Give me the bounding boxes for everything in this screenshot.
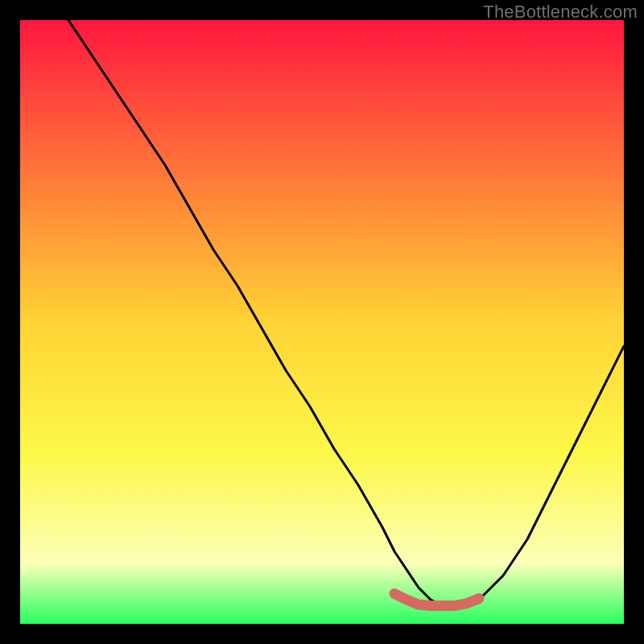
chart-svg — [20, 20, 624, 624]
plot-area — [20, 20, 624, 624]
gradient-background — [20, 20, 624, 624]
chart-frame: TheBottleneck.com — [0, 0, 644, 644]
